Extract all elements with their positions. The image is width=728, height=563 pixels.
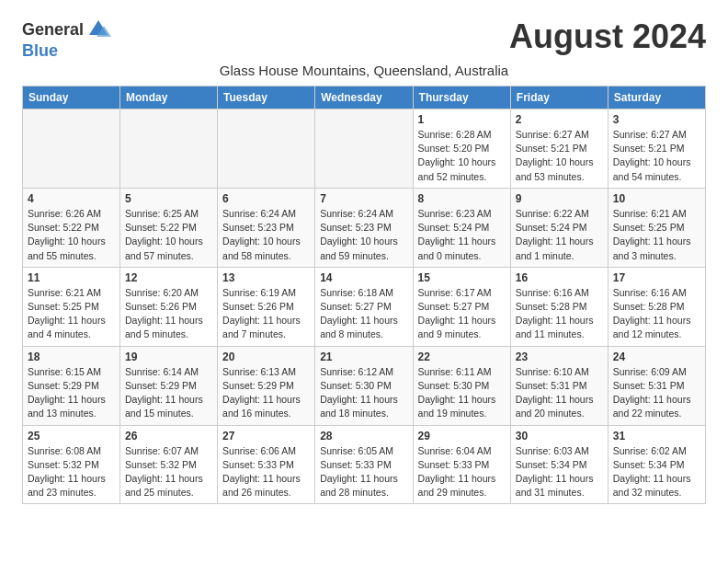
calendar-week-3: 11Sunrise: 6:21 AM Sunset: 5:25 PM Dayli…: [23, 267, 706, 346]
calendar-cell: 26Sunrise: 6:07 AM Sunset: 5:32 PM Dayli…: [120, 425, 218, 504]
calendar-week-4: 18Sunrise: 6:15 AM Sunset: 5:29 PM Dayli…: [23, 346, 706, 425]
day-number: 9: [516, 192, 603, 205]
calendar-cell: 19Sunrise: 6:14 AM Sunset: 5:29 PM Dayli…: [120, 346, 218, 425]
calendar-week-5: 25Sunrise: 6:08 AM Sunset: 5:32 PM Dayli…: [23, 425, 706, 504]
day-info: Sunrise: 6:26 AM Sunset: 5:22 PM Dayligh…: [28, 207, 115, 263]
calendar-cell: 12Sunrise: 6:20 AM Sunset: 5:26 PM Dayli…: [120, 267, 218, 346]
calendar-week-1: 1Sunrise: 6:28 AM Sunset: 5:20 PM Daylig…: [23, 109, 706, 189]
day-number: 27: [222, 430, 310, 442]
day-number: 16: [516, 271, 603, 284]
day-number: 1: [418, 113, 506, 126]
day-info: Sunrise: 6:08 AM Sunset: 5:32 PM Dayligh…: [28, 444, 115, 500]
day-info: Sunrise: 6:28 AM Sunset: 5:20 PM Dayligh…: [418, 128, 506, 184]
calendar-cell: 30Sunrise: 6:03 AM Sunset: 5:34 PM Dayli…: [510, 425, 608, 504]
day-header-saturday: Saturday: [608, 86, 705, 109]
calendar-cell: 5Sunrise: 6:25 AM Sunset: 5:22 PM Daylig…: [120, 188, 218, 267]
day-header-monday: Monday: [120, 86, 218, 109]
calendar-cell: 29Sunrise: 6:04 AM Sunset: 5:33 PM Dayli…: [413, 425, 510, 504]
day-number: 14: [320, 271, 407, 284]
day-number: 28: [320, 430, 407, 442]
calendar-cell: 25Sunrise: 6:08 AM Sunset: 5:32 PM Dayli…: [23, 425, 120, 504]
day-number: 12: [125, 271, 212, 284]
calendar-cell: 14Sunrise: 6:18 AM Sunset: 5:27 PM Dayli…: [315, 267, 413, 346]
calendar-cell: 15Sunrise: 6:17 AM Sunset: 5:27 PM Dayli…: [413, 267, 510, 346]
day-info: Sunrise: 6:14 AM Sunset: 5:29 PM Dayligh…: [125, 365, 212, 421]
calendar-cell: 21Sunrise: 6:12 AM Sunset: 5:30 PM Dayli…: [315, 346, 413, 425]
location-title: Glass House Mountains, Queensland, Austr…: [22, 63, 706, 78]
day-number: 5: [125, 192, 212, 205]
day-number: 20: [222, 350, 310, 363]
logo-blue: Blue: [22, 42, 58, 59]
calendar-cell: 16Sunrise: 6:16 AM Sunset: 5:28 PM Dayli…: [510, 267, 608, 346]
day-info: Sunrise: 6:02 AM Sunset: 5:34 PM Dayligh…: [613, 444, 700, 500]
day-number: 19: [125, 350, 212, 363]
calendar-cell: 10Sunrise: 6:21 AM Sunset: 5:25 PM Dayli…: [608, 188, 705, 267]
calendar-cell: 22Sunrise: 6:11 AM Sunset: 5:30 PM Dayli…: [413, 346, 510, 425]
day-info: Sunrise: 6:23 AM Sunset: 5:24 PM Dayligh…: [418, 207, 506, 263]
day-info: Sunrise: 6:07 AM Sunset: 5:32 PM Dayligh…: [125, 444, 212, 500]
day-number: 10: [613, 192, 700, 205]
calendar-week-2: 4Sunrise: 6:26 AM Sunset: 5:22 PM Daylig…: [23, 188, 706, 267]
day-info: Sunrise: 6:04 AM Sunset: 5:33 PM Dayligh…: [418, 444, 506, 500]
day-info: Sunrise: 6:18 AM Sunset: 5:27 PM Dayligh…: [320, 286, 407, 342]
day-info: Sunrise: 6:20 AM Sunset: 5:26 PM Dayligh…: [125, 286, 212, 342]
calendar-cell: 13Sunrise: 6:19 AM Sunset: 5:26 PM Dayli…: [218, 267, 315, 346]
day-number: 25: [28, 430, 115, 442]
day-header-wednesday: Wednesday: [315, 86, 413, 109]
day-header-tuesday: Tuesday: [218, 86, 315, 109]
day-number: 15: [418, 271, 506, 284]
day-info: Sunrise: 6:21 AM Sunset: 5:25 PM Dayligh…: [28, 286, 115, 342]
calendar-cell: 11Sunrise: 6:21 AM Sunset: 5:25 PM Dayli…: [23, 267, 120, 346]
day-info: Sunrise: 6:16 AM Sunset: 5:28 PM Dayligh…: [516, 286, 603, 342]
day-number: 11: [28, 271, 115, 284]
calendar-cell: 17Sunrise: 6:16 AM Sunset: 5:28 PM Dayli…: [608, 267, 705, 346]
day-number: 4: [28, 192, 115, 205]
day-number: 18: [28, 350, 115, 363]
day-number: 3: [613, 113, 700, 126]
calendar-cell: 1Sunrise: 6:28 AM Sunset: 5:20 PM Daylig…: [413, 109, 510, 189]
day-number: 26: [125, 430, 212, 442]
day-number: 24: [613, 350, 700, 363]
calendar-cell: 23Sunrise: 6:10 AM Sunset: 5:31 PM Dayli…: [510, 346, 608, 425]
calendar-cell: 7Sunrise: 6:24 AM Sunset: 5:23 PM Daylig…: [315, 188, 413, 267]
calendar-cell: [120, 109, 218, 189]
day-info: Sunrise: 6:24 AM Sunset: 5:23 PM Dayligh…: [222, 207, 310, 263]
logo-icon: [85, 17, 111, 42]
day-info: Sunrise: 6:17 AM Sunset: 5:27 PM Dayligh…: [418, 286, 506, 342]
day-info: Sunrise: 6:06 AM Sunset: 5:33 PM Dayligh…: [222, 444, 310, 500]
calendar-cell: 6Sunrise: 6:24 AM Sunset: 5:23 PM Daylig…: [218, 188, 315, 267]
day-info: Sunrise: 6:03 AM Sunset: 5:34 PM Dayligh…: [516, 444, 603, 500]
calendar-cell: [218, 109, 315, 189]
day-number: 13: [222, 271, 310, 284]
day-number: 17: [613, 271, 700, 284]
day-number: 23: [516, 350, 603, 363]
day-info: Sunrise: 6:12 AM Sunset: 5:30 PM Dayligh…: [320, 365, 407, 421]
day-number: 8: [418, 192, 506, 205]
day-info: Sunrise: 6:11 AM Sunset: 5:30 PM Dayligh…: [418, 365, 506, 421]
calendar-cell: 20Sunrise: 6:13 AM Sunset: 5:29 PM Dayli…: [218, 346, 315, 425]
day-number: 2: [516, 113, 603, 126]
calendar-cell: [315, 109, 413, 189]
day-info: Sunrise: 6:16 AM Sunset: 5:28 PM Dayligh…: [613, 286, 700, 342]
day-info: Sunrise: 6:05 AM Sunset: 5:33 PM Dayligh…: [320, 444, 407, 500]
day-info: Sunrise: 6:21 AM Sunset: 5:25 PM Dayligh…: [613, 207, 700, 263]
calendar-cell: 31Sunrise: 6:02 AM Sunset: 5:34 PM Dayli…: [608, 425, 705, 504]
calendar-cell: 8Sunrise: 6:23 AM Sunset: 5:24 PM Daylig…: [413, 188, 510, 267]
page-header: General Blue August 2024: [22, 18, 706, 59]
day-number: 6: [222, 192, 310, 205]
day-info: Sunrise: 6:27 AM Sunset: 5:21 PM Dayligh…: [613, 128, 700, 184]
day-number: 29: [418, 430, 506, 442]
day-info: Sunrise: 6:27 AM Sunset: 5:21 PM Dayligh…: [516, 128, 603, 184]
calendar-header-row: SundayMondayTuesdayWednesdayThursdayFrid…: [23, 86, 706, 109]
day-info: Sunrise: 6:10 AM Sunset: 5:31 PM Dayligh…: [516, 365, 603, 421]
month-title: August 2024: [509, 18, 706, 55]
calendar-cell: 4Sunrise: 6:26 AM Sunset: 5:22 PM Daylig…: [23, 188, 120, 267]
day-info: Sunrise: 6:09 AM Sunset: 5:31 PM Dayligh…: [613, 365, 700, 421]
day-number: 31: [613, 430, 700, 442]
calendar-cell: 18Sunrise: 6:15 AM Sunset: 5:29 PM Dayli…: [23, 346, 120, 425]
calendar-cell: 3Sunrise: 6:27 AM Sunset: 5:21 PM Daylig…: [608, 109, 705, 189]
day-number: 7: [320, 192, 407, 205]
day-number: 22: [418, 350, 506, 363]
day-number: 21: [320, 350, 407, 363]
day-header-friday: Friday: [510, 86, 608, 109]
